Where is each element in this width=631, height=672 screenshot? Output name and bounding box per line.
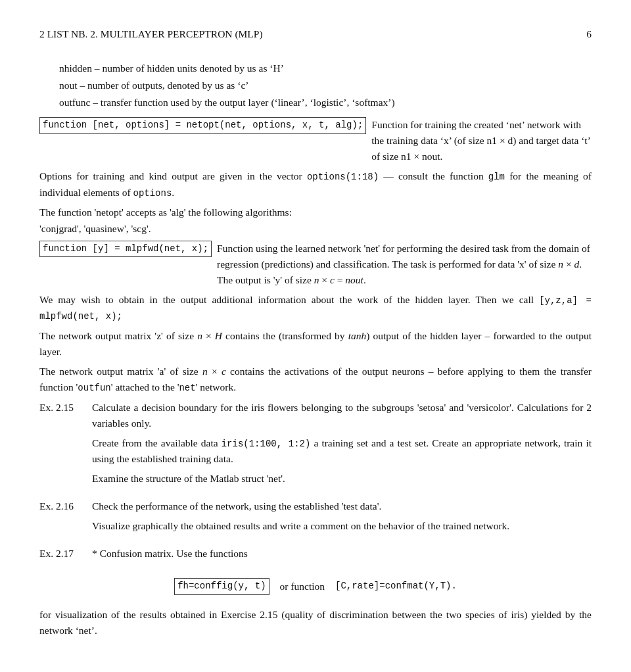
para-hidden: We may wish to obtain in the output addi… xyxy=(39,292,592,324)
function1-block: function [net, options] = netopt(net, op… xyxy=(39,117,592,164)
ex-217-content: * Confusion matrix. Use the functions xyxy=(92,546,592,565)
ex-215-content: Calculate a decision boundary for the ir… xyxy=(92,400,592,491)
options-code: options(1:18) xyxy=(307,172,379,182)
def-outfunc-text: outfunc – transfer function used by the … xyxy=(59,97,395,108)
ex-215-line1: Calculate a decision boundary for the ir… xyxy=(92,400,592,431)
def-nhidden-text: nhidden – number of hidden units denoted… xyxy=(59,62,284,74)
function1-code: function [net, options] = netopt(net, op… xyxy=(39,117,366,134)
formula-box: fh=conffig(y, t) or function [C,rate]=co… xyxy=(39,577,592,595)
def-nout: nout – number of outputs, denoted by us … xyxy=(59,78,592,93)
header-left: 2 LIST NB. 2. MULTILAYER PERCEPTRON (MLP… xyxy=(39,26,263,42)
page-header: 2 LIST NB. 2. MULTILAYER PERCEPTRON (MLP… xyxy=(39,26,592,42)
def-outfunc: outfunc – transfer function used by the … xyxy=(59,95,592,110)
ex-216-block: Ex. 2.16 Check the performance of the ne… xyxy=(39,498,592,538)
ex-216-line1: Check the performance of the network, us… xyxy=(92,498,592,514)
def-nout-text: nout – number of outputs, denoted by us … xyxy=(59,80,248,91)
function2-code: function [y] = mlpfwd(net, x); xyxy=(39,241,212,258)
header-right: 6 xyxy=(586,26,592,42)
ex-217-label: Ex. 2.17 xyxy=(39,546,92,565)
ex-216-label: Ex. 2.16 xyxy=(39,498,92,538)
outfun-code: outfun xyxy=(78,383,110,393)
ex-217-block: Ex. 2.17 * Confusion matrix. Use the fun… xyxy=(39,546,592,565)
definition-list: nhidden – number of hidden units denoted… xyxy=(59,60,592,110)
ex-217-line1: * Confusion matrix. Use the functions xyxy=(92,546,592,562)
formula-code1: fh=conffig(y, t) xyxy=(174,578,269,595)
iris-code: iris(1:100, 1:2) xyxy=(222,439,311,449)
function2-block: function [y] = mlpfwd(net, x); Function … xyxy=(39,241,592,288)
options-code2: options xyxy=(133,188,172,199)
ex-216-content: Check the performance of the network, us… xyxy=(92,498,592,538)
function2-desc: Function using the learned network 'net'… xyxy=(217,241,592,288)
ex-215-line3: Examine the structure of the Matlab stru… xyxy=(92,471,592,487)
formula-code2: [C,rate]=confmat(Y,T). xyxy=(335,579,457,594)
para-z-matrix: The network output matrix 'z' of size n … xyxy=(39,328,592,360)
ex-216-line2: Visualize graphically the obtained resul… xyxy=(92,518,592,534)
ex-215-label: Ex. 2.15 xyxy=(39,400,92,491)
para-options: Options for training and kind output are… xyxy=(39,168,592,201)
mlpfwd-call: [y,z,a] = mlpfwd(net, x); xyxy=(39,295,592,322)
glm-code: glm xyxy=(488,172,505,182)
ex-215-block: Ex. 2.15 Calculate a decision boundary f… xyxy=(39,400,592,491)
ex-215-line2: Create from the available data iris(1:10… xyxy=(92,435,592,468)
para-final: for visualization of the results obtaine… xyxy=(39,607,592,638)
formula-inner: fh=conffig(y, t) or function [C,rate]=co… xyxy=(174,578,457,595)
para-algorithms: The function 'netopt' accepts as 'alg' t… xyxy=(39,204,592,236)
def-nhidden: nhidden – number of hidden units denoted… xyxy=(59,60,592,76)
net-code: net xyxy=(179,383,195,393)
function1-desc: Function for training the created ‘net’ … xyxy=(371,117,592,164)
para-a-matrix: The network output matrix 'a' of size n … xyxy=(39,364,592,396)
formula-or: or function xyxy=(280,579,325,594)
